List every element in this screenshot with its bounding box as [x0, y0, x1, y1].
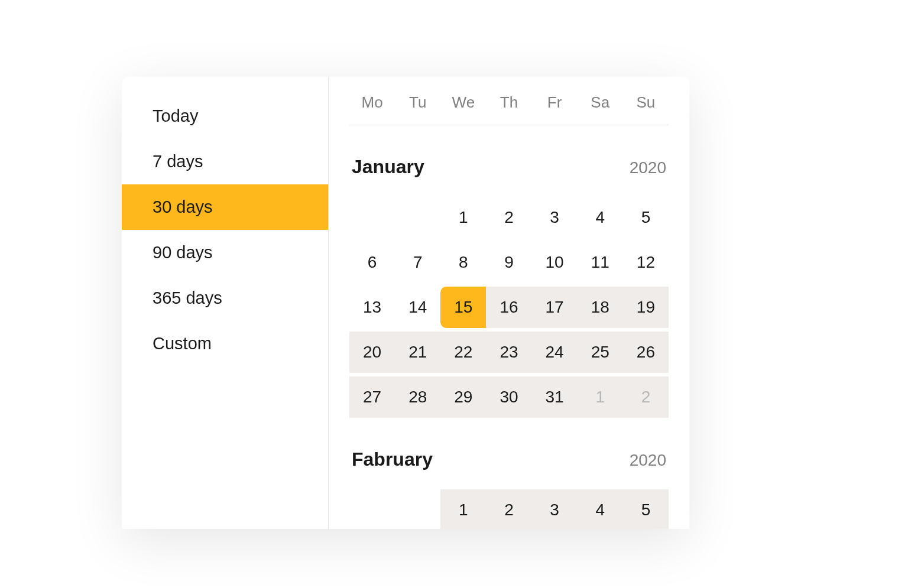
day-cell[interactable]: 1 — [440, 489, 486, 529]
day-cell[interactable]: 2 — [623, 376, 669, 418]
day-cell[interactable]: 23 — [486, 332, 531, 373]
day-cell[interactable]: 7 — [395, 242, 440, 283]
day-cell[interactable]: 29 — [440, 376, 486, 418]
month-header: Fabruary2020 — [349, 449, 669, 470]
month-name: Fabruary — [352, 449, 433, 470]
month-section: January202012345678910111213141516171819… — [349, 156, 669, 418]
calendar-panel: Mo Tu We Th Fr Sa Su January202012345678… — [329, 77, 689, 529]
day-cell[interactable]: 2 — [486, 197, 531, 238]
day-empty — [395, 197, 440, 238]
month-name: January — [352, 156, 424, 178]
day-empty — [349, 197, 395, 238]
day-cell[interactable]: 9 — [486, 242, 531, 283]
preset-365-days[interactable]: 365 days — [122, 275, 328, 321]
date-range-picker: Today 7 days 30 days 90 days 365 days Cu… — [122, 77, 689, 529]
year-label: 2020 — [630, 451, 666, 470]
year-label: 2020 — [630, 158, 666, 177]
months-container: January202012345678910111213141516171819… — [349, 156, 669, 529]
day-cell[interactable]: 14 — [395, 287, 440, 328]
days-grid: 12345 — [349, 489, 669, 529]
day-cell[interactable]: 28 — [395, 376, 440, 418]
day-cell[interactable]: 25 — [578, 332, 623, 373]
weekday-mo: Mo — [349, 93, 395, 112]
month-header: January2020 — [349, 156, 669, 178]
month-section: Fabruary202012345 — [349, 449, 669, 529]
weekday-tu: Tu — [395, 93, 440, 112]
day-cell[interactable]: 18 — [578, 287, 623, 328]
preset-30-days[interactable]: 30 days — [122, 184, 328, 230]
day-cell[interactable]: 27 — [349, 376, 395, 418]
day-cell[interactable]: 3 — [532, 489, 578, 529]
day-cell[interactable]: 1 — [578, 376, 623, 418]
day-cell[interactable]: 1 — [440, 197, 486, 238]
weekday-header: Mo Tu We Th Fr Sa Su — [349, 77, 669, 125]
day-cell[interactable]: 13 — [349, 287, 395, 328]
preset-90-days[interactable]: 90 days — [122, 230, 328, 275]
day-cell[interactable]: 17 — [532, 287, 578, 328]
day-cell[interactable]: 4 — [578, 197, 623, 238]
weekday-sa: Sa — [578, 93, 623, 112]
weekday-th: Th — [486, 93, 531, 112]
day-cell[interactable]: 22 — [440, 332, 486, 373]
day-cell[interactable]: 3 — [532, 197, 578, 238]
day-cell[interactable]: 6 — [349, 242, 395, 283]
day-cell[interactable]: 12 — [623, 242, 669, 283]
preset-7-days[interactable]: 7 days — [122, 139, 328, 184]
day-cell[interactable]: 4 — [578, 489, 623, 529]
preset-sidebar: Today 7 days 30 days 90 days 365 days Cu… — [122, 77, 329, 529]
day-cell[interactable]: 31 — [532, 376, 578, 418]
day-cell[interactable]: 21 — [395, 332, 440, 373]
day-empty — [349, 489, 395, 529]
day-empty — [395, 489, 440, 529]
day-cell[interactable]: 30 — [486, 376, 531, 418]
day-cell[interactable]: 16 — [486, 287, 531, 328]
weekday-fr: Fr — [532, 93, 578, 112]
weekday-we: We — [440, 93, 486, 112]
weekday-su: Su — [623, 93, 669, 112]
day-cell[interactable]: 24 — [532, 332, 578, 373]
day-cell[interactable]: 5 — [623, 489, 669, 529]
day-cell[interactable]: 20 — [349, 332, 395, 373]
day-cell[interactable]: 19 — [623, 287, 669, 328]
day-cell[interactable]: 5 — [623, 197, 669, 238]
day-cell[interactable]: 10 — [532, 242, 578, 283]
preset-custom[interactable]: Custom — [122, 321, 328, 366]
day-cell[interactable]: 15 — [440, 287, 486, 328]
days-grid: 1234567891011121314151617181920212223242… — [349, 197, 669, 418]
day-cell[interactable]: 26 — [623, 332, 669, 373]
day-cell[interactable]: 8 — [440, 242, 486, 283]
day-cell[interactable]: 11 — [578, 242, 623, 283]
day-cell[interactable]: 2 — [486, 489, 531, 529]
preset-today[interactable]: Today — [122, 93, 328, 139]
